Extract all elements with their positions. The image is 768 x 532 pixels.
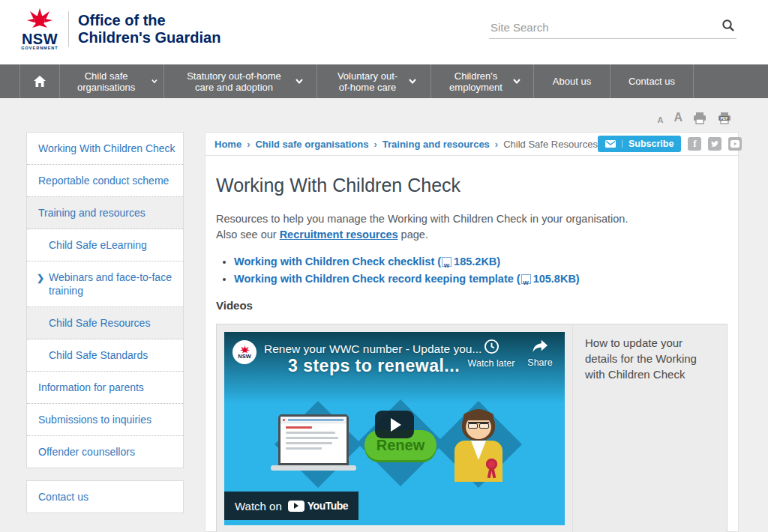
video-title-link[interactable]: Renew your WWC number - Update you... <box>264 342 482 356</box>
breadcrumb-bar: Home › Child safe organisations › Traini… <box>206 133 738 156</box>
nav-item-about-us[interactable]: About us <box>533 64 610 98</box>
chevron-down-icon <box>152 79 158 84</box>
youtube-video-player[interactable]: Renew <box>224 332 565 525</box>
chevron-down-icon <box>296 79 303 84</box>
watch-on-youtube-button[interactable]: Watch on YouTube <box>224 492 358 520</box>
word-doc-icon <box>442 257 452 267</box>
share-button[interactable]: Share <box>520 339 560 368</box>
sidebar-contact-box: Contact us <box>26 480 184 513</box>
subscribe-button[interactable]: Subscribe <box>598 136 681 152</box>
laptop-illustration <box>278 414 349 465</box>
logo-nsw-text: NSW <box>19 32 61 46</box>
sidebar-item-offender-counsellors[interactable]: Offender counsellors <box>27 436 183 468</box>
print-icon[interactable] <box>693 112 706 124</box>
envelope-icon <box>605 140 622 148</box>
intro-paragraph: Resources to help you manage the Working… <box>216 211 728 243</box>
sidebar-item-child-safe-resources[interactable]: Child Safe Resources <box>27 307 183 339</box>
breadcrumb-home[interactable]: Home <box>214 139 242 150</box>
watch-later-clock-icon <box>484 339 500 354</box>
chevron-down-icon <box>409 79 416 84</box>
logo-government-text: GOVERNMENT <box>19 46 61 50</box>
breadcrumb-actions: Subscribe f <box>598 136 742 152</box>
share-arrow-icon <box>532 339 548 354</box>
logo-divider <box>68 11 69 47</box>
nav-item-voluntary-oohc[interactable]: Voluntary out-of-home care <box>316 64 430 98</box>
search-input[interactable] <box>489 18 720 38</box>
nsw-government-logo[interactable]: NSW GOVERNMENT Office of the Children's … <box>19 8 220 50</box>
breadcrumb-current-page: Child Safe Resources <box>503 139 598 150</box>
video-panel: Renew <box>216 324 728 532</box>
waratah-icon <box>27 8 52 29</box>
videos-heading: Videos <box>216 299 728 312</box>
youtube-play-icon <box>288 501 304 512</box>
main-content: Home › Child safe organisations › Traini… <box>205 132 739 532</box>
sidebar-item-submissions-to-inquiries[interactable]: Submissions to inquiries <box>27 404 183 436</box>
search-button[interactable] <box>720 19 736 37</box>
search-icon <box>722 19 735 32</box>
twitter-icon[interactable] <box>708 137 722 151</box>
nav-item-childrens-employment[interactable]: Children's employment <box>430 64 533 98</box>
nav-item-child-safe-organisations[interactable]: Child safe organisations <box>59 64 164 98</box>
sidebar-item-child-safe-standards[interactable]: Child Safe Standards <box>27 339 183 372</box>
person-illustration <box>452 409 506 482</box>
nav-filler <box>693 64 768 98</box>
main-navigation: Child safe organisations Statutory out-o… <box>0 64 768 98</box>
nav-spacer <box>0 64 20 98</box>
download-item: Working with Children Check record keepi… <box>234 271 728 286</box>
font-decrease-button[interactable]: A <box>657 115 663 124</box>
sidebar-navigation: Working With Children Check Reportable c… <box>26 132 184 513</box>
sidebar-menu-box: Working With Children Check Reportable c… <box>26 132 184 468</box>
watch-later-button[interactable]: Watch later <box>466 339 517 369</box>
svg-text:PDF: PDF <box>721 116 728 121</box>
nsw-emblem: NSW GOVERNMENT <box>19 8 61 50</box>
wwc-checklist-link[interactable]: Working with Children Check checklist (1… <box>234 256 500 267</box>
chevron-down-icon <box>513 79 520 84</box>
youtube-logo: YouTube <box>288 500 348 512</box>
nav-item-statutory-oohc[interactable]: Statutory out-of-home care and adoption <box>164 64 316 98</box>
home-icon <box>34 76 46 87</box>
sidebar-item-child-safe-elearning[interactable]: Child Safe eLearning <box>27 229 183 262</box>
download-item: Working with Children Check checklist (1… <box>234 254 728 269</box>
breadcrumb-child-safe-organisations[interactable]: Child safe organisations <box>255 139 368 150</box>
recruitment-resources-link[interactable]: Recruitment resources <box>280 229 398 241</box>
site-search <box>489 18 736 39</box>
laptop-base <box>271 465 356 471</box>
nav-item-home[interactable] <box>20 64 59 98</box>
page-title: Working With Children Check <box>216 175 728 196</box>
pdf-print-icon[interactable]: PDF <box>717 112 731 124</box>
video-description: How to update your details for the Worki… <box>572 324 727 532</box>
breadcrumb-separator: › <box>247 139 250 150</box>
youtube-icon[interactable] <box>728 137 742 151</box>
sidebar-item-working-with-children-check[interactable]: Working With Children Check <box>27 133 183 165</box>
page-utilities: A A PDF <box>657 111 731 124</box>
font-increase-button[interactable]: A <box>674 111 682 124</box>
wwc-record-keeping-template-link[interactable]: Working with Children Check record keepi… <box>234 273 580 285</box>
sidebar-item-information-for-parents[interactable]: Information for parents <box>27 372 183 404</box>
page-content: Working With Children Check Resources to… <box>206 175 738 532</box>
org-name: Office of the Children's Guardian <box>78 12 220 46</box>
chevron-right-icon: ❯ <box>37 271 44 285</box>
download-list: Working with Children Check checklist (1… <box>234 254 728 286</box>
breadcrumb-separator: › <box>495 139 498 150</box>
word-doc-icon <box>521 274 531 284</box>
site-header: NSW GOVERNMENT Office of the Children's … <box>0 0 768 64</box>
breadcrumb: Home › Child safe organisations › Traini… <box>214 139 598 150</box>
sidebar-item-webinars-training[interactable]: ❯ Webinars and face-to-face training <box>27 262 183 307</box>
video-cell: Renew <box>217 324 572 532</box>
breadcrumb-training-and-resources[interactable]: Training and resources <box>382 139 490 150</box>
sidebar-item-reportable-conduct-scheme[interactable]: Reportable conduct scheme <box>27 165 183 197</box>
video-play-button[interactable] <box>375 411 414 438</box>
sidebar-item-contact-us[interactable]: Contact us <box>27 481 183 513</box>
sidebar-item-training-and-resources[interactable]: Training and resources <box>27 197 183 229</box>
breadcrumb-separator: › <box>374 139 376 150</box>
facebook-icon[interactable]: f <box>688 137 701 151</box>
nav-item-contact-us[interactable]: Contact us <box>610 64 693 98</box>
